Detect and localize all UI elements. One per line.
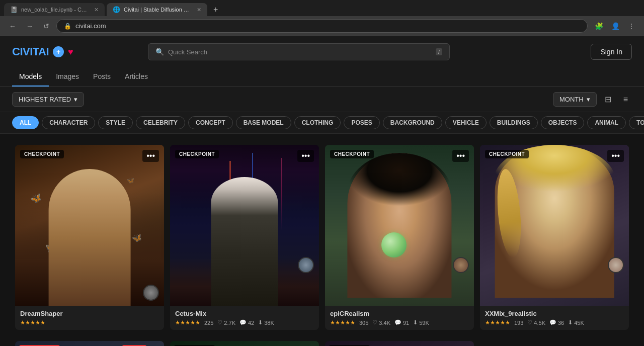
category-bar: ALL CHARACTER STYLE CELEBRITY CONCEPT BA… [0, 112, 644, 134]
stars-dreamshaper: ★★★★★ [20, 319, 45, 326]
logo-add-button[interactable]: + [53, 46, 64, 57]
extensions-button[interactable]: 🧩 [592, 20, 606, 32]
heart-icon-cetus: ♡ [217, 319, 222, 326]
avatar-image-dreamshaper [144, 286, 158, 300]
menu-button[interactable]: ⋮ [625, 20, 638, 32]
menu-epic[interactable]: ••• [452, 150, 469, 162]
bottom-card-2[interactable]: CHECKPOINT ••• [170, 341, 319, 346]
downloads-epic: ⬇ 59K [413, 319, 429, 326]
stars-cetus: ★★★★★ [175, 319, 200, 326]
chip-background[interactable]: BACKGROUND [383, 116, 442, 129]
month-dropdown[interactable]: MONTH ▾ [553, 92, 597, 107]
bottom-card-3[interactable]: CHECKPOINT ••• [325, 341, 474, 346]
comments-cetus: 💬 42 [239, 319, 254, 326]
card-dreamshaper[interactable]: 🦋 🦋 🦋 🦋 CHECKPOINT ••• DreamShaper ★★★★★ [15, 145, 164, 330]
comment-icon-epic: 💬 [394, 319, 401, 326]
user-avatar-epic [453, 257, 469, 273]
header-top: CIVITAI + ♥ 🔍 Quick Search / Sign In [12, 36, 632, 67]
chip-objects[interactable]: OBJECTS [541, 116, 585, 129]
bottom-card-1[interactable]: CHECKPOINT Updated ••• [15, 341, 164, 346]
address-bar[interactable]: 🔒 civitai.com [56, 19, 588, 33]
downloads-xxmix: ⬇ 45K [568, 319, 584, 326]
chip-concept[interactable]: CONCEPT [188, 116, 233, 129]
chip-animal[interactable]: ANIMAL [587, 116, 626, 129]
logo-area: CIVITAI + ♥ [12, 45, 73, 58]
badge-cetus: CHECKPOINT [175, 150, 219, 158]
layout-icon-button[interactable]: ≡ [619, 93, 632, 106]
chip-vehicle[interactable]: VEHICLE [445, 116, 487, 129]
stars-xxmix: ★★★★★ [485, 319, 510, 326]
user-avatar-cetus [298, 257, 314, 273]
neon-light-3 [281, 158, 282, 230]
card-title-epic: epiCRealism [330, 310, 469, 317]
tab-close-colab[interactable]: ✕ [94, 7, 99, 13]
tab-articles[interactable]: Articles [118, 67, 155, 86]
sort-label: HIGHEST RATED [19, 96, 71, 103]
tab-title-colab: new_colab_file.ipynb - Collabora... [21, 7, 88, 13]
model-grid: 🦋 🦋 🦋 🦋 CHECKPOINT ••• DreamShaper ★★★★★ [0, 134, 644, 341]
menu-xxmix[interactable]: ••• [607, 150, 624, 162]
tab-favicon-colab: 📓 [10, 6, 17, 13]
card-image-dreamshaper: 🦋 🦋 🦋 🦋 [15, 145, 164, 306]
heart-icon-epic: ♡ [372, 319, 377, 326]
filter-icon-button[interactable]: ⊟ [601, 93, 615, 106]
tab-close-civitai[interactable]: ✕ [197, 7, 201, 13]
sort-arrow: ▾ [74, 96, 77, 103]
card-image-epicrealism [325, 145, 474, 306]
card-title-cetus: Cetus-Mix [175, 310, 314, 317]
menu-cetus[interactable]: ••• [297, 150, 314, 162]
chip-style[interactable]: STYLE [98, 116, 133, 129]
search-placeholder: Quick Search [168, 48, 207, 56]
chip-clothing[interactable]: CLOTHING [294, 116, 341, 129]
card-epicrealism[interactable]: CHECKPOINT ••• epiCRealism ★★★★★ 305 ♡ 3… [325, 145, 474, 330]
comments-epic: 💬 91 [394, 319, 409, 326]
figure-silhouette [49, 169, 131, 306]
comments-xxmix: 💬 36 [549, 319, 564, 326]
stars-epic: ★★★★★ [330, 319, 355, 326]
badge-epic: CHECKPOINT [330, 150, 374, 158]
month-arrow: ▾ [587, 96, 590, 103]
address-text: civitai.com [75, 22, 106, 30]
card-info-epic: epiCRealism ★★★★★ 305 ♡ 3.4K 💬 91 ⬇ 59K [325, 306, 474, 330]
card-info-xxmix: XXMix_9realistic ★★★★★ 193 ♡ 4.5K 💬 36 ⬇… [480, 306, 629, 330]
tab-images[interactable]: Images [49, 67, 86, 86]
sign-in-button[interactable]: Sign In [591, 44, 632, 60]
tab-posts[interactable]: Posts [86, 67, 118, 86]
comment-icon-cetus: 💬 [239, 319, 247, 326]
chip-poses[interactable]: POSES [344, 116, 379, 129]
nav-bar: ← → ↺ 🔒 civitai.com 🧩 👤 ⋮ [0, 16, 644, 36]
tab-civitai[interactable]: 🌐 Civitai | Stable Diffusion models... ✕ [107, 3, 207, 16]
avatar-dreamshaper [143, 285, 159, 301]
download-icon-xxmix: ⬇ [568, 319, 573, 326]
chip-character[interactable]: CHARACTER [42, 116, 95, 129]
hair [346, 153, 453, 241]
reload-button[interactable]: ↺ [40, 20, 52, 32]
profile-button[interactable]: 👤 [608, 20, 623, 32]
chip-tool[interactable]: TOOL [629, 116, 644, 129]
card-xxmix[interactable]: CHECKPOINT ••• XXMix_9realistic ★★★★★ 19… [480, 145, 629, 330]
likes-epic: ♡ 3.4K [372, 319, 390, 326]
tab-models[interactable]: Models [12, 67, 49, 86]
heart-icon-xxmix: ♡ [527, 319, 532, 326]
rating-count-xxmix: 193 [514, 320, 523, 326]
chip-base-model[interactable]: BASE MODEL [236, 116, 291, 129]
search-bar[interactable]: 🔍 Quick Search / [148, 43, 450, 60]
new-tab-button[interactable]: + [209, 3, 222, 16]
rating-count-cetus: 225 [204, 320, 213, 326]
likes-xxmix: ♡ 4.5K [527, 319, 545, 326]
logo-heart-icon[interactable]: ♥ [68, 47, 73, 57]
chip-all[interactable]: ALL [12, 116, 39, 129]
forward-button[interactable]: → [23, 20, 36, 32]
menu-dreamshaper[interactable]: ••• [142, 150, 159, 162]
back-button[interactable]: ← [6, 20, 19, 32]
chip-buildings[interactable]: BUILDINGS [490, 116, 538, 129]
sort-dropdown[interactable]: HIGHEST RATED ▾ [12, 92, 84, 107]
browser-chrome: 📓 new_colab_file.ipynb - Collabora... ✕ … [0, 0, 644, 36]
card-info-dreamshaper: DreamShaper ★★★★★ [15, 306, 164, 330]
card-cetus-mix[interactable]: CHECKPOINT ••• Cetus-Mix ★★★★★ 225 ♡ 2.7… [170, 145, 319, 330]
tab-favicon-civitai: 🌐 [113, 6, 120, 13]
bottom-card-spacer [480, 341, 629, 346]
tab-colab[interactable]: 📓 new_colab_file.ipynb - Collabora... ✕ [4, 3, 105, 16]
filter-right: MONTH ▾ ⊟ ≡ [553, 92, 632, 107]
chip-celebrity[interactable]: CELEBRITY [136, 116, 185, 129]
